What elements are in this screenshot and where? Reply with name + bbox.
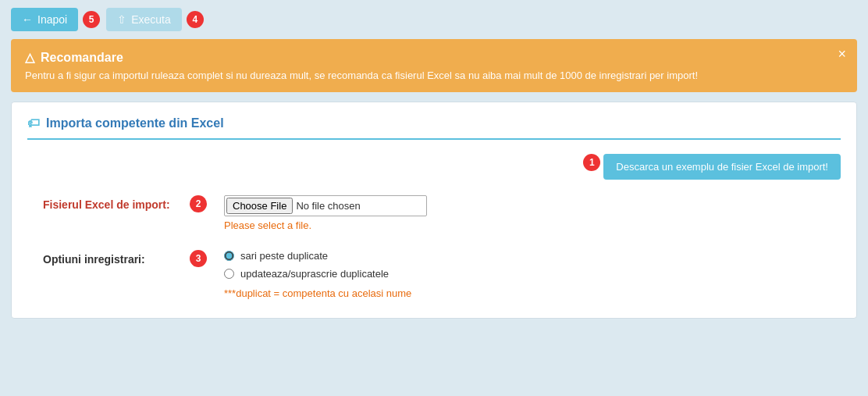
radio-skip[interactable]	[224, 251, 234, 261]
file-row: Fisierul Excel de import: 2 Please selec…	[43, 195, 841, 231]
arrow-left-icon: ←	[22, 13, 33, 26]
back-label: Inapoi	[37, 13, 67, 26]
radio-update[interactable]	[224, 269, 234, 279]
back-button[interactable]: ← Inapoi	[11, 8, 78, 31]
radio-item-skip[interactable]: sari peste duplicate	[224, 250, 411, 262]
back-badge: 5	[83, 11, 100, 28]
download-badge: 1	[583, 154, 600, 171]
options-badge: 3	[190, 250, 207, 267]
file-input[interactable]	[224, 195, 427, 216]
form-section: Fisierul Excel de import: 2 Please selec…	[27, 195, 841, 299]
alert-close-button[interactable]: ×	[838, 47, 846, 61]
alert-title: △ Recomandare	[25, 50, 843, 65]
options-row: Optiuni inregistrari: 3 sari peste dupli…	[43, 250, 841, 299]
download-example-button[interactable]: Descarca un exemplu de fisier Excel de i…	[603, 154, 841, 180]
tag-icon: 🏷	[27, 116, 40, 130]
file-label: Fisierul Excel de import:	[43, 195, 176, 211]
card-title: Importa competente din Excel	[46, 116, 224, 130]
options-control-group: sari peste duplicate updateaza/suprascri…	[224, 250, 411, 299]
import-card: 🏷 Importa competente din Excel 1 Descarc…	[11, 102, 857, 319]
file-input-wrapper	[224, 195, 427, 216]
radio-update-label: updateaza/suprascrie duplicatele	[240, 268, 389, 280]
alert-body: Pentru a fi sigur ca importul ruleaza co…	[25, 70, 843, 81]
executa-label: Executa	[131, 13, 171, 26]
recommendation-alert: △ Recomandare Pentru a fi sigur ca impor…	[11, 39, 857, 92]
please-select-text: Please select a file.	[224, 219, 427, 231]
upload-icon: ⇧	[117, 13, 126, 26]
executa-button[interactable]: ⇧ Executa	[106, 8, 182, 31]
file-badge: 2	[190, 195, 207, 212]
executa-badge: 4	[187, 11, 204, 28]
radio-group: sari peste duplicate updateaza/suprascri…	[224, 250, 411, 280]
options-label: Optiuni inregistrari:	[43, 250, 176, 266]
warning-icon: △	[25, 50, 34, 65]
download-row: 1 Descarca un exemplu de fisier Excel de…	[27, 154, 841, 180]
radio-item-update[interactable]: updateaza/suprascrie duplicatele	[224, 268, 411, 280]
duplicate-note: ***duplicat = competenta cu acelasi nume	[224, 287, 411, 299]
radio-skip-label: sari peste duplicate	[240, 250, 328, 262]
file-control-group: Please select a file.	[224, 195, 427, 231]
card-header: 🏷 Importa competente din Excel	[27, 116, 841, 140]
